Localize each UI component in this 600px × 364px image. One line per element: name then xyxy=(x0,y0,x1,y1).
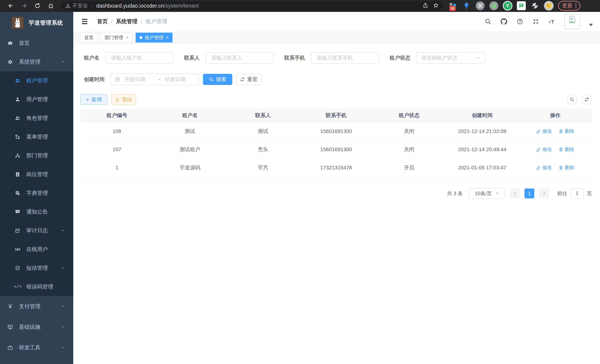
topbar: 首页 / 系统管理 / 租户管理 TT xyxy=(73,12,600,31)
sidebar-item-role[interactable]: 角色管理 xyxy=(0,109,73,127)
help-icon[interactable] xyxy=(516,17,524,26)
sidebar-item-label: 支付管理 xyxy=(19,303,56,310)
end-date-placeholder[interactable]: 结束日期 xyxy=(165,76,194,83)
sidebar-item-online-users[interactable]: 在线用户 xyxy=(0,240,73,259)
contact-input[interactable] xyxy=(206,52,274,64)
export-button[interactable]: 导出 xyxy=(111,94,136,105)
sidebar-item-post[interactable]: 岗位管理 xyxy=(0,165,73,184)
sidebar-item-tenant[interactable]: 租户管理 xyxy=(0,71,73,90)
address-bar[interactable]: 不安全 dashboard.yudao.iocoder.cn/system/te… xyxy=(61,1,443,10)
extension-chat-icon[interactable] xyxy=(516,1,526,10)
font-size-icon[interactable]: TT xyxy=(547,17,556,26)
sidebar-logo[interactable]: 芋道管理系统 xyxy=(0,12,73,34)
cell-status: 开启 xyxy=(373,159,446,177)
browser-update-button[interactable]: 更新 xyxy=(558,1,580,10)
cell-status: 关闭 xyxy=(373,140,446,159)
refresh-table-icon[interactable] xyxy=(582,94,592,105)
online-signal-icon xyxy=(14,246,21,252)
mobile-input[interactable] xyxy=(311,52,379,64)
cell-contact: 测试 xyxy=(226,122,300,140)
browser-reload-button[interactable] xyxy=(32,1,43,10)
trash-icon xyxy=(559,165,563,170)
sidebar-item-devtools[interactable]: 研发工具 xyxy=(0,337,73,358)
browser-forward-button[interactable] xyxy=(18,1,30,10)
sidebar-item-system[interactable]: 系统管理 xyxy=(0,53,73,71)
page-number-1[interactable]: 1 xyxy=(525,188,534,198)
prev-page-button[interactable] xyxy=(510,188,520,198)
edit-log-icon xyxy=(14,227,21,234)
update-label: 更新 xyxy=(562,2,573,9)
cell-mobile: 17321315478 xyxy=(300,159,373,177)
code-icon: </> xyxy=(14,284,21,290)
browser-back-button[interactable] xyxy=(5,1,17,10)
browser-menu-icon[interactable] xyxy=(575,3,576,8)
sidebar-item-sms[interactable]: 短信管理 xyxy=(0,259,73,277)
org-chart-icon xyxy=(14,152,21,159)
extension-y-icon[interactable]: Y xyxy=(503,1,512,10)
extension-dot-icon[interactable] xyxy=(489,1,499,10)
sidebar-collapse-icon[interactable] xyxy=(80,17,89,26)
delete-link[interactable]: 删除 xyxy=(559,146,574,153)
extension-command-icon[interactable]: ⌘ xyxy=(475,1,485,10)
sidebar-item-pay[interactable]: ¥ 支付管理 xyxy=(0,296,73,317)
profile-avatar-icon[interactable] xyxy=(544,1,554,10)
sidebar-item-audit-log[interactable]: 审计日志 xyxy=(0,221,73,240)
cell-contact: 秃头 xyxy=(226,140,300,159)
search-button[interactable]: 搜索 xyxy=(203,74,232,85)
sidebar-item-user[interactable]: 用户管理 xyxy=(0,90,73,109)
edit-link[interactable]: 修改 xyxy=(536,146,552,153)
avatar[interactable] xyxy=(564,14,580,29)
extensions-puzzle-icon[interactable] xyxy=(530,1,540,10)
sidebar-item-menu[interactable]: 菜单管理 xyxy=(0,127,73,146)
sidebar-item-home[interactable]: 首页 xyxy=(0,34,73,53)
edit-link[interactable]: 修改 xyxy=(536,164,552,171)
close-icon[interactable]: × xyxy=(126,35,128,40)
filter-label: 创建时间 xyxy=(84,76,105,83)
goto-page-input[interactable] xyxy=(570,188,584,199)
calendar-icon xyxy=(115,77,120,82)
tenant-name-input[interactable] xyxy=(105,52,174,64)
extension-badge: 10 xyxy=(449,6,456,11)
sidebar-item-label: 用户管理 xyxy=(26,96,73,103)
delete-link[interactable]: 删除 xyxy=(559,164,574,171)
sidebar-item-infra[interactable]: 基础设施 xyxy=(0,317,73,337)
gear-icon xyxy=(7,59,13,65)
url-host: dashboard.yudao.iocoder.cn xyxy=(96,3,164,9)
cell-tenant-id: 1 xyxy=(80,159,153,177)
edit-link[interactable]: 修改 xyxy=(536,128,552,134)
chevron-down-icon xyxy=(61,345,65,351)
status-select[interactable]: 请选择租户状态 xyxy=(416,52,485,64)
create-time-range-picker[interactable]: 开始日期 - 结束日期 xyxy=(111,74,199,85)
start-date-placeholder[interactable]: 开始日期 xyxy=(125,76,154,83)
avatar-caret-icon[interactable] xyxy=(589,24,593,26)
sidebar-item-error-code[interactable]: </> 错误码管理 xyxy=(0,277,73,296)
fullscreen-icon[interactable] xyxy=(531,17,540,26)
url-path: /system/tenant xyxy=(164,3,199,9)
breadcrumb-home[interactable]: 首页 xyxy=(97,18,108,25)
reset-button[interactable]: 重置 xyxy=(236,74,262,85)
table-row: 107 测试租户 秃头 15601691300 关闭 2021-12-14 20… xyxy=(80,140,592,159)
delete-link[interactable]: 删除 xyxy=(559,128,574,134)
sidebar-item-dict[interactable]: 字典管理 xyxy=(0,184,73,202)
sidebar-item-notice[interactable]: 通知公告 xyxy=(0,202,73,221)
browser-home-button[interactable] xyxy=(45,1,57,10)
close-icon[interactable]: × xyxy=(166,35,169,40)
share-icon[interactable] xyxy=(423,3,428,9)
add-button[interactable]: + 新增 xyxy=(80,94,107,105)
search-icon[interactable] xyxy=(484,17,492,26)
insecure-label: 不安全 xyxy=(72,2,88,9)
github-icon[interactable] xyxy=(499,17,508,26)
page-size-select[interactable]: 10条/页 xyxy=(469,188,505,199)
toggle-search-icon[interactable] xyxy=(567,94,577,105)
extension-tabs-icon[interactable]: 10 xyxy=(448,1,458,10)
tag-dept[interactable]: 部门管理 × xyxy=(101,33,132,42)
insecure-indicator[interactable]: 不安全 xyxy=(65,2,88,9)
tag-tenant[interactable]: 租户管理 × xyxy=(136,33,173,42)
next-page-button[interactable] xyxy=(539,188,549,198)
cell-actions: 修改 删除 xyxy=(519,140,592,159)
tag-home[interactable]: 首页 xyxy=(80,33,97,42)
extension-kite-icon[interactable] xyxy=(462,1,471,10)
breadcrumb-system[interactable]: 系统管理 xyxy=(116,18,138,25)
bookmark-star-icon[interactable] xyxy=(433,3,439,9)
sidebar-item-dept[interactable]: 部门管理 xyxy=(0,146,73,165)
